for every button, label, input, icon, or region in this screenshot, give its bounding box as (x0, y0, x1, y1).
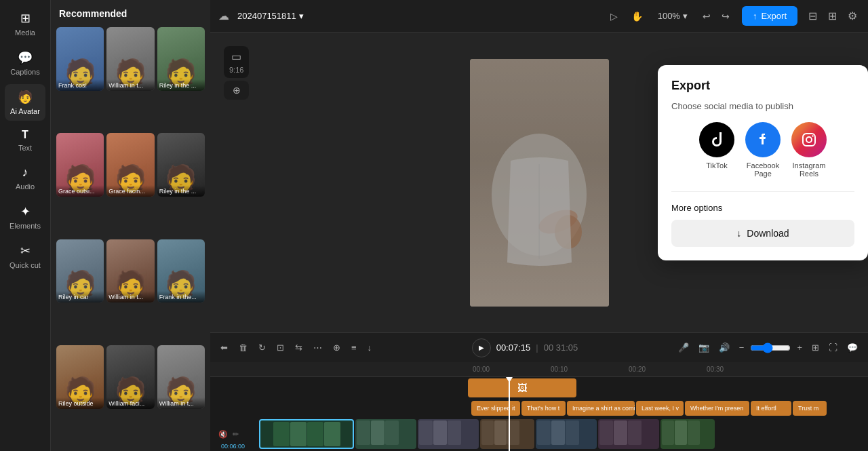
total-time: 00 31:05 (544, 342, 578, 353)
timeline-area: ⬅ 🗑 ↻ ⊡ ⇆ ⋯ ⊕ ≡ ↓ ▶ 00:07:15 | 00 31:05 … (210, 332, 868, 451)
current-time: 00:07:15 (496, 342, 531, 353)
loop-button[interactable]: ↻ (255, 340, 269, 355)
align-button[interactable]: ≡ (348, 340, 360, 355)
video-segment[interactable] (536, 419, 597, 449)
sidebar-item-label: Elements (9, 222, 41, 230)
play-tool-button[interactable]: ▷ (606, 8, 622, 24)
header-icons: ⊟ ⊞ ⚙ (806, 7, 860, 25)
project-name[interactable]: 20240715181​1 ▾ (237, 11, 304, 21)
delete-clip-button[interactable]: 🗑 (235, 340, 251, 355)
audio-icon: ♪ (22, 165, 28, 180)
undo-button[interactable]: ↩ (698, 8, 715, 24)
facebook-option[interactable]: FacebookPage (745, 122, 781, 178)
video-segment[interactable] (355, 419, 416, 449)
sidebar-item-audio[interactable]: ♪ Audio (5, 160, 45, 196)
quickcut-icon: ✂ (20, 243, 31, 258)
media-item-label: Riley in car (56, 291, 104, 302)
svg-point-6 (806, 137, 812, 142)
list-item[interactable]: 🧑 Riley outside (56, 345, 104, 409)
media-icon: ⊞ (20, 11, 31, 26)
list-item[interactable]: 🧑 Riley in the ... (157, 133, 205, 197)
instagram-icon (791, 122, 827, 157)
timeline-ruler: 00:00 00:10 00:20 00:30 (210, 362, 868, 377)
sidebar-item-captions[interactable]: 💬 Captions (5, 45, 45, 81)
list-item[interactable]: 🧑 Frank cos! (56, 27, 104, 91)
timeline-tracks: 🖼 Ever slipped it That's how t Imagine a… (210, 377, 868, 451)
mute-button[interactable]: 🔇 (217, 429, 229, 440)
media-segment[interactable]: 🖼 (468, 378, 576, 397)
play-pause-button[interactable]: ▶ (472, 338, 491, 357)
camera-button[interactable]: 📷 (695, 340, 713, 355)
video-segment[interactable] (598, 419, 659, 449)
zoom-slider[interactable] (750, 342, 791, 353)
left-sidebar: ⊞ Media 💬 Captions 🧑 Ai Avatar T Text ♪ … (0, 0, 51, 451)
media-item-label: William in t... (106, 79, 154, 91)
sidebar-item-label: Audio (16, 182, 35, 191)
caption-pill[interactable]: Whether I'm presen (685, 401, 749, 416)
instagram-option[interactable]: InstagramReels (791, 122, 827, 178)
caption-pill[interactable]: Ever slipped it (471, 401, 520, 416)
top-bar: ☁ 20240715181​1 ▾ ▷ ✋ 100% ▾ ↩ ↪ ↑ Expor… (210, 0, 868, 33)
caption-pill[interactable]: That's how t (521, 401, 566, 416)
panels-icon-button[interactable]: ⊞ (825, 7, 840, 25)
zoom-in-button[interactable]: + (793, 340, 806, 355)
media-item-label: Grace facin... (106, 185, 154, 197)
list-item[interactable]: 🧑 Riley in car (56, 239, 104, 303)
zoom-control[interactable]: 100% ▾ (652, 8, 693, 24)
media-item-label: William in t... (106, 291, 154, 302)
video-segment[interactable] (660, 419, 715, 449)
tiktok-option[interactable]: TikTok (699, 122, 734, 178)
timeline-toolbar: ⬅ 🗑 ↻ ⊡ ⇆ ⋯ ⊕ ≡ ↓ ▶ 00:07:15 | 00 31:05 … (210, 332, 868, 362)
ruler-mark: 00:10 (549, 366, 627, 373)
split-button[interactable]: ⊕ (330, 340, 344, 355)
caption-pill[interactable]: Last week, I v (636, 401, 684, 416)
settings-icon-button[interactable]: ⚙ (845, 7, 860, 25)
caption-pill[interactable]: It effortl (751, 401, 791, 416)
list-item[interactable]: 🧑 William in t... (106, 239, 154, 303)
sidebar-item-quickcut[interactable]: ✂ Quick cut (5, 238, 45, 275)
more-button[interactable]: ⋯ (310, 340, 326, 355)
hand-tool-button[interactable]: ✋ (627, 8, 647, 24)
sidebar-item-label: Text (18, 144, 32, 152)
audio-track-button[interactable]: 🔊 (715, 340, 733, 355)
flip-button[interactable]: ⇆ (292, 340, 306, 355)
undo-redo: ↩ ↪ (698, 8, 734, 24)
facebook-icon (745, 122, 781, 157)
layout-icon-button[interactable]: ⊟ (806, 7, 820, 25)
caption-pill[interactable]: Imagine a shirt as comi (567, 401, 635, 416)
sidebar-item-media[interactable]: ⊞ Media (5, 5, 45, 42)
zoom-out-button[interactable]: − (736, 340, 748, 355)
video-segment-active[interactable]: 00:06:00 (259, 419, 354, 449)
comment-button[interactable]: 💬 (844, 340, 861, 355)
mic-button[interactable]: 🎤 (675, 340, 692, 355)
edit-clip-button[interactable]: ✏ (231, 429, 240, 440)
video-segment[interactable] (480, 419, 534, 449)
media-item-label: Frank cos! (56, 79, 104, 91)
redo-button[interactable]: ↪ (717, 8, 734, 24)
list-item[interactable]: 🧑 Frank in the... (157, 239, 205, 303)
export-subtitle: Choose social media to publish (671, 101, 854, 111)
list-item[interactable]: 🧑 William in t... (106, 27, 154, 91)
fullscreen-button[interactable]: ⛶ (825, 340, 841, 355)
tiktok-icon (699, 122, 734, 157)
sidebar-item-avatar[interactable]: 🧑 Ai Avatar (5, 84, 45, 121)
media-item-label: Riley in the ... (157, 79, 205, 91)
download-button[interactable]: ↓ Download (671, 220, 854, 247)
video-segment[interactable] (418, 419, 479, 449)
fit-button[interactable]: ⊞ (808, 340, 823, 355)
export-button[interactable]: ↑ Export (742, 6, 797, 26)
list-item[interactable]: 🧑 Grace facin... (106, 133, 154, 197)
caption-pill[interactable]: Trust m (793, 401, 827, 416)
crop-button[interactable]: ⊡ (273, 340, 288, 355)
undo-clip-button[interactable]: ⬅ (217, 340, 231, 355)
list-item[interactable]: 🧑 Grace outsi... (56, 133, 104, 197)
list-item[interactable]: 🧑 William in t... (157, 345, 205, 409)
sidebar-item-label: Quick cut (9, 261, 41, 269)
sidebar-item-label: Ai Avatar (10, 107, 40, 115)
download-clip-button[interactable]: ↓ (364, 340, 376, 355)
media-track: 🖼 (210, 377, 868, 399)
list-item[interactable]: 🧑 Riley in the ... (157, 27, 205, 91)
sidebar-item-elements[interactable]: ✦ Elements (5, 199, 45, 235)
list-item[interactable]: 🧑 William faci... (106, 345, 154, 409)
sidebar-item-text[interactable]: T Text (5, 123, 45, 157)
